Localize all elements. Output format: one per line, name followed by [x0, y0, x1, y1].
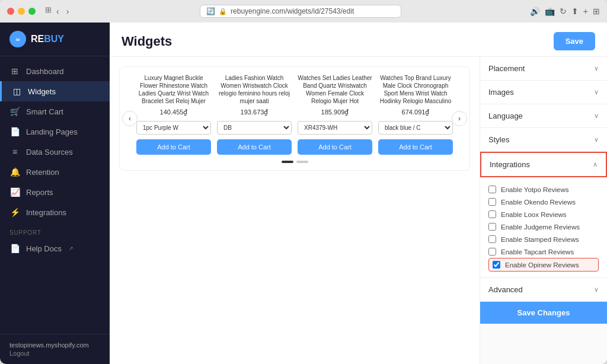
- placement-chevron-icon: ∨: [594, 65, 599, 72]
- stamped-label: Enable Stamped Reviews: [501, 236, 579, 243]
- sidebar-item-landing-pages[interactable]: 📄 Landing Pages: [0, 122, 110, 142]
- add-to-cart-button-3[interactable]: Add to Cart: [378, 139, 453, 155]
- product-name-1: Ladies Fashion Watch Women Wristwatch Cl…: [217, 74, 292, 105]
- checkbox-yotpo: Enable Yotpo Reviews: [488, 183, 599, 196]
- url-bar: 🔄 🔒 rebuyengine.com/widgets/id/27543/edi…: [76, 5, 525, 18]
- images-chevron-icon: ∨: [594, 88, 599, 96]
- help-docs-icon: 📄: [9, 244, 20, 253]
- smart-cart-icon: 🛒: [9, 107, 20, 116]
- rebuy-favicon: 🔄: [206, 7, 215, 15]
- sidebar-item-reports[interactable]: 📈 Reports: [0, 182, 110, 202]
- sidebar-label-retention: Retention: [26, 168, 59, 177]
- panel-section-advanced: Advanced ∨: [480, 278, 607, 302]
- yotpo-checkbox[interactable]: [488, 186, 496, 193]
- carousel-items: Luxury Magnet Buckle Flower Rhinestone W…: [136, 74, 453, 155]
- share-icon[interactable]: ⬆: [571, 7, 579, 16]
- nav-controls: ⊞ ‹ ›: [45, 5, 71, 17]
- product-name-3: Watches Top Brand Luxury Male Clock Chro…: [378, 74, 453, 105]
- url-text[interactable]: rebuyengine.com/widgets/id/27543/edit: [231, 7, 354, 15]
- sidebar-item-integrations[interactable]: ⚡ Integrations: [0, 202, 110, 222]
- carousel-next-button[interactable]: ›: [452, 111, 467, 126]
- placement-header[interactable]: Placement ∨: [480, 57, 607, 80]
- product-select-2[interactable]: XR4379-WH: [298, 121, 372, 135]
- add-to-cart-button-2[interactable]: Add to Cart: [298, 139, 372, 155]
- minimize-button[interactable]: [18, 8, 25, 15]
- sidebar-footer: testopinews.myshopify.com Logout: [0, 334, 110, 364]
- integrations-header[interactable]: Integrations ∧: [480, 152, 607, 177]
- images-header[interactable]: Images ∨: [480, 81, 607, 104]
- language-header[interactable]: Language ∨: [480, 104, 607, 127]
- window-icon: ⊞: [45, 5, 52, 17]
- carousel-prev-button[interactable]: ‹: [122, 111, 138, 126]
- sidebar-label-smart-cart: Smart Cart: [26, 107, 63, 116]
- tapcart-label: Enable Tapcart Reviews: [501, 248, 574, 256]
- okendo-checkbox[interactable]: [488, 198, 496, 206]
- logo-icon: ∞: [9, 31, 26, 47]
- product-price-2: 185.909₫: [298, 108, 372, 116]
- back-button[interactable]: ‹: [54, 5, 62, 17]
- maximize-button[interactable]: [28, 8, 36, 15]
- product-select-3[interactable]: black blue / C: [378, 121, 453, 135]
- sidebar: ∞ REBUY ⊞ Dashboard ◫ Widgets 🛒 Smart Ca…: [0, 23, 110, 364]
- save-button[interactable]: Save: [554, 32, 595, 50]
- advanced-header[interactable]: Advanced ∨: [480, 278, 607, 301]
- airplay-icon: 📺: [545, 7, 555, 16]
- styles-header[interactable]: Styles ∨: [480, 128, 607, 151]
- sidebar-item-widgets[interactable]: ◫ Widgets: [0, 81, 110, 101]
- loox-label: Enable Loox Reviews: [501, 211, 567, 218]
- add-to-cart-button-1[interactable]: Add to Cart: [217, 139, 292, 155]
- dot-active: [282, 161, 293, 163]
- main-body: ‹ Luxury Magnet Buckle Flower Rhinestone…: [110, 57, 607, 364]
- sidebar-label-help-docs: Help Docs: [26, 244, 62, 253]
- images-title: Images: [488, 88, 514, 97]
- product-price-3: 674.091₫: [378, 108, 453, 116]
- support-section-label: SUPPORT: [0, 222, 110, 238]
- advanced-chevron-icon: ∨: [594, 286, 599, 293]
- add-tab-icon[interactable]: +: [583, 7, 588, 16]
- refresh-icon[interactable]: ↻: [560, 7, 567, 16]
- grid-icon[interactable]: ⊞: [593, 7, 600, 16]
- yotpo-label: Enable Yotpo Reviews: [501, 186, 568, 193]
- title-bar-actions: 🔊 📺 ↻ ⬆ + ⊞: [530, 7, 600, 16]
- judgeme-checkbox[interactable]: [488, 223, 496, 231]
- reports-icon: 📈: [9, 187, 20, 197]
- page-title: Widgets: [122, 34, 172, 49]
- sidebar-item-smart-cart[interactable]: 🛒 Smart Cart: [0, 101, 110, 122]
- checkbox-loox: Enable Loox Reviews: [488, 208, 599, 221]
- sidebar-label-integrations: Integrations: [26, 208, 66, 217]
- sidebar-label-widgets: Widgets: [28, 87, 56, 96]
- carousel-dots: [136, 161, 453, 163]
- advanced-title: Advanced: [488, 285, 523, 294]
- carousel-item-0: Luxury Magnet Buckle Flower Rhinestone W…: [136, 74, 211, 155]
- external-link-icon: ↗: [69, 245, 74, 251]
- checkbox-tapcart: Enable Tapcart Reviews: [488, 245, 599, 258]
- close-button[interactable]: [7, 8, 14, 15]
- main-header: Widgets Save: [110, 23, 607, 57]
- sidebar-item-dashboard[interactable]: ⊞ Dashboard: [0, 61, 110, 81]
- carousel-container: ‹ Luxury Magnet Buckle Flower Rhinestone…: [119, 66, 470, 171]
- forward-button[interactable]: ›: [64, 5, 72, 17]
- logout-button[interactable]: Logout: [9, 350, 100, 357]
- sidebar-label-reports: Reports: [26, 188, 53, 197]
- integrations-icon: ⚡: [9, 207, 20, 217]
- carousel-item-2: Watches Set Ladies Leather Band Quartz W…: [298, 74, 372, 155]
- logo-text: REBUY: [31, 34, 64, 44]
- checkbox-opinew: Enable Opinew Reviews: [488, 258, 599, 272]
- stamped-checkbox[interactable]: [488, 235, 496, 243]
- sidebar-item-help-docs[interactable]: 📄 Help Docs ↗: [0, 238, 110, 258]
- panel-section-language: Language ∨: [480, 104, 607, 128]
- language-title: Language: [488, 111, 523, 120]
- sidebar-item-data-sources[interactable]: ≡ Data Sources: [0, 142, 110, 162]
- sidebar-item-retention[interactable]: 🔔 Retention: [0, 162, 110, 182]
- save-changes-button[interactable]: Save Changes: [480, 302, 607, 324]
- widgets-icon: ◫: [11, 87, 22, 96]
- tapcart-checkbox[interactable]: [488, 248, 496, 256]
- opinew-checkbox[interactable]: [493, 261, 500, 269]
- product-select-1[interactable]: DB: [217, 121, 292, 135]
- loox-checkbox[interactable]: [488, 210, 496, 218]
- product-select-0[interactable]: 1pc Purple W: [136, 121, 211, 135]
- integrations-body: Enable Yotpo Reviews Enable Okendo Revie…: [480, 177, 607, 277]
- styles-title: Styles: [488, 135, 509, 144]
- add-to-cart-button-0[interactable]: Add to Cart: [136, 139, 211, 155]
- sidebar-label-data-sources: Data Sources: [26, 148, 73, 157]
